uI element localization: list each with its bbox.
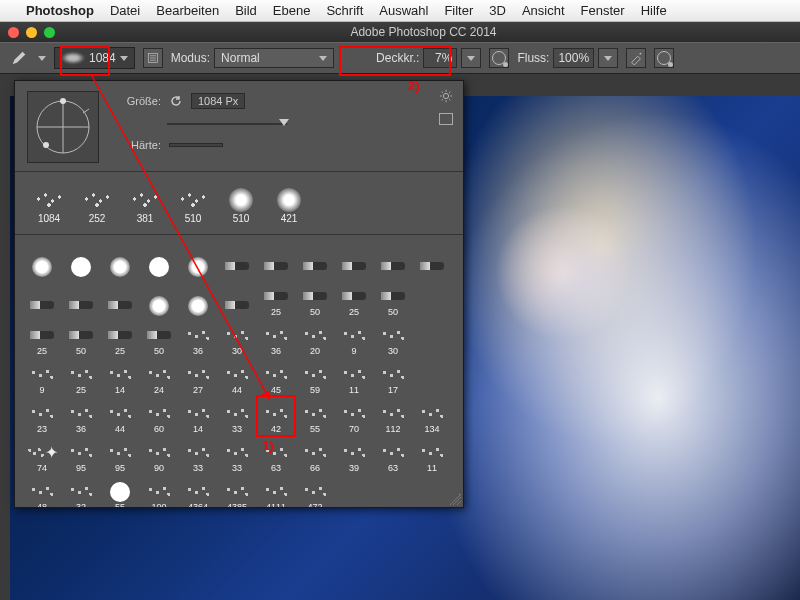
brush-grid-item[interactable]: 33 xyxy=(218,436,256,474)
hardness-value-field[interactable] xyxy=(169,143,223,147)
brush-grid-item[interactable]: 14 xyxy=(179,397,217,435)
brush-grid-item[interactable]: ✦74 xyxy=(23,436,61,474)
brush-grid-scroll[interactable]: 2550255025502550363036209309251424274445… xyxy=(15,237,463,507)
brush-grid-item[interactable]: 60 xyxy=(140,397,178,435)
brush-grid-item[interactable]: 55 xyxy=(296,397,334,435)
brush-grid-item[interactable]: 100 xyxy=(140,475,178,507)
tablet-size-button[interactable] xyxy=(654,48,674,68)
menu-3d[interactable]: 3D xyxy=(489,3,506,18)
brush-grid-item[interactable]: 59 xyxy=(296,358,334,396)
opacity-input[interactable]: 7% xyxy=(423,48,457,68)
brush-tip-preview[interactable] xyxy=(27,91,99,163)
left-toolbar[interactable] xyxy=(0,96,10,600)
brush-grid-item[interactable] xyxy=(296,241,334,279)
brush-grid-item[interactable]: 44 xyxy=(218,358,256,396)
brush-grid-item[interactable]: 14 xyxy=(101,358,139,396)
brush-grid-item[interactable]: 9 xyxy=(335,319,373,357)
brush-grid-item[interactable]: 70 xyxy=(335,397,373,435)
brush-grid-item[interactable] xyxy=(101,241,139,279)
brush-grid-item[interactable]: 90 xyxy=(140,436,178,474)
recent-brush-item[interactable]: 381 xyxy=(121,180,169,226)
brush-grid-item[interactable]: 4364 xyxy=(179,475,217,507)
brush-panel-toggle-button[interactable] xyxy=(143,48,163,68)
brush-grid-item[interactable] xyxy=(101,280,139,318)
brush-grid-item[interactable]: 66 xyxy=(296,436,334,474)
brush-grid-item[interactable] xyxy=(413,475,451,507)
menu-auswahl[interactable]: Auswahl xyxy=(379,3,428,18)
brush-grid-item[interactable]: 50 xyxy=(374,280,412,318)
brush-grid-item[interactable]: 112 xyxy=(374,397,412,435)
brush-grid-item[interactable]: 134 xyxy=(413,397,451,435)
flow-dropdown-button[interactable] xyxy=(598,48,618,68)
brush-grid-item[interactable]: 50 xyxy=(140,319,178,357)
flow-input[interactable]: 100% xyxy=(553,48,594,68)
brush-grid-item[interactable]: 39 xyxy=(335,436,373,474)
tablet-opacity-button[interactable] xyxy=(489,48,509,68)
blend-mode-dropdown[interactable]: Normal xyxy=(214,48,334,68)
brush-grid-item[interactable] xyxy=(374,241,412,279)
menu-hilfe[interactable]: Hilfe xyxy=(641,3,667,18)
brush-grid-item[interactable]: 17 xyxy=(374,358,412,396)
zoom-window-button[interactable] xyxy=(44,27,55,38)
brush-grid-item[interactable]: 48 xyxy=(23,475,61,507)
brush-grid-item[interactable] xyxy=(218,280,256,318)
brush-grid-item[interactable]: 45 xyxy=(257,358,295,396)
airbrush-button[interactable] xyxy=(626,48,646,68)
brush-grid-item[interactable]: 36 xyxy=(179,319,217,357)
close-window-button[interactable] xyxy=(8,27,19,38)
menu-fenster[interactable]: Fenster xyxy=(581,3,625,18)
brush-grid-item[interactable] xyxy=(413,241,451,279)
recent-brush-item[interactable]: 510 xyxy=(169,180,217,226)
brush-grid-item[interactable]: 33 xyxy=(218,397,256,435)
reset-size-button[interactable] xyxy=(169,94,183,108)
brush-grid-item[interactable]: 25 xyxy=(257,280,295,318)
brush-grid-item[interactable]: 11 xyxy=(335,358,373,396)
brush-grid-item[interactable]: 25 xyxy=(101,319,139,357)
recent-brush-item[interactable]: 421 xyxy=(265,180,313,226)
tool-menu-chevron-icon[interactable] xyxy=(38,56,46,61)
brush-grid-item[interactable] xyxy=(23,241,61,279)
resize-grip[interactable] xyxy=(449,493,461,505)
brush-grid-item[interactable] xyxy=(413,319,451,357)
brush-grid-item[interactable]: 25 xyxy=(62,358,100,396)
minimize-window-button[interactable] xyxy=(26,27,37,38)
brush-grid-item[interactable] xyxy=(140,241,178,279)
recent-brush-item[interactable]: 510 xyxy=(217,180,265,226)
brush-grid-item[interactable]: 33 xyxy=(179,436,217,474)
new-preset-icon[interactable] xyxy=(439,113,453,125)
menu-ebene[interactable]: Ebene xyxy=(273,3,311,18)
brush-grid-item[interactable]: 30 xyxy=(374,319,412,357)
brush-grid-item[interactable] xyxy=(413,358,451,396)
brush-grid-item[interactable] xyxy=(413,280,451,318)
brush-grid-item[interactable]: 23 xyxy=(23,397,61,435)
opacity-dropdown-button[interactable] xyxy=(461,48,481,68)
brush-grid-item[interactable]: 50 xyxy=(62,319,100,357)
brush-grid-item[interactable]: 44 xyxy=(101,397,139,435)
menu-bild[interactable]: Bild xyxy=(235,3,257,18)
menu-datei[interactable]: Datei xyxy=(110,3,140,18)
brush-preset-picker[interactable]: 1084 xyxy=(54,47,135,69)
brush-grid-item[interactable]: 11 xyxy=(413,436,451,474)
menubar-app[interactable]: Photoshop xyxy=(26,3,94,18)
slider-thumb[interactable] xyxy=(279,119,289,126)
size-value-field[interactable]: 1084 Px xyxy=(191,93,245,109)
brush-grid-item[interactable]: 25 xyxy=(23,319,61,357)
brush-grid-item[interactable]: 30 xyxy=(218,319,256,357)
brush-grid-item[interactable]: 95 xyxy=(101,436,139,474)
menu-schrift[interactable]: Schrift xyxy=(326,3,363,18)
brush-grid-item[interactable]: 4111 xyxy=(257,475,295,507)
brush-grid-item[interactable] xyxy=(218,241,256,279)
brush-grid-item[interactable]: 27 xyxy=(179,358,217,396)
brush-grid-item[interactable]: 36 xyxy=(257,319,295,357)
brush-grid-item[interactable]: 50 xyxy=(296,280,334,318)
menu-ansicht[interactable]: Ansicht xyxy=(522,3,565,18)
brush-grid-item[interactable]: 42 xyxy=(257,397,295,435)
brush-grid-item[interactable]: 4385 xyxy=(218,475,256,507)
brush-grid-item[interactable]: 55 xyxy=(101,475,139,507)
brush-grid-item[interactable] xyxy=(374,475,412,507)
brush-grid-item[interactable]: 472 xyxy=(296,475,334,507)
brush-grid-item[interactable] xyxy=(23,280,61,318)
brush-grid-item[interactable]: 95 xyxy=(62,436,100,474)
brush-grid-item[interactable] xyxy=(335,241,373,279)
brush-grid-item[interactable]: 36 xyxy=(62,397,100,435)
